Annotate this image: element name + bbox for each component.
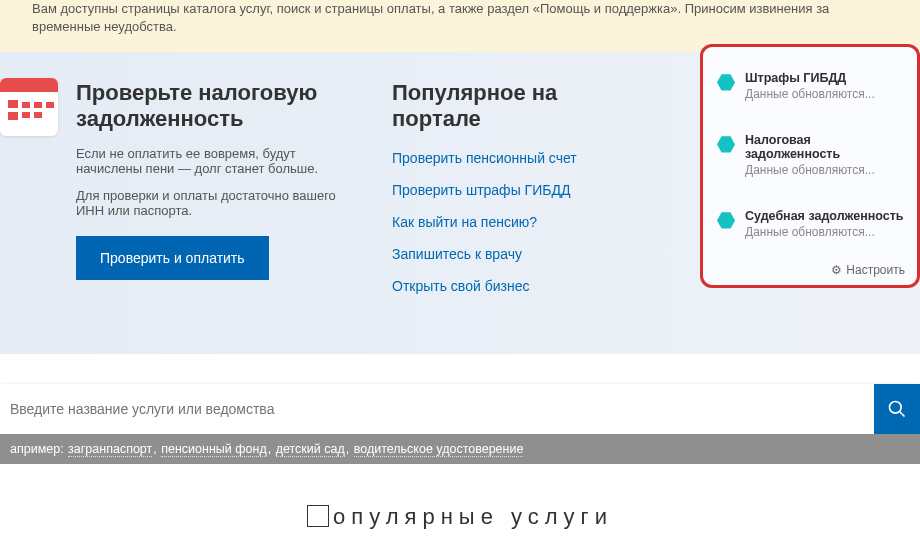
notif-title: Судебная задолженность [745, 209, 904, 223]
search-button[interactable] [874, 384, 920, 434]
calendar-icon [0, 78, 58, 136]
hint-link[interactable]: загранпаспорт [68, 442, 152, 457]
search-hint-bar: апример: загранпаспорт, пенсионный фонд,… [0, 434, 920, 464]
popular-link[interactable]: Проверить штрафы ГИБДД [392, 182, 642, 198]
notif-sub: Данные обновляются... [745, 225, 904, 239]
check-pay-button[interactable]: Проверить и оплатить [76, 236, 269, 280]
hint-prefix: апример: [10, 442, 67, 456]
popular-link[interactable]: Открыть свой бизнес [392, 278, 642, 294]
popular-link[interactable]: Запишитесь к врачу [392, 246, 642, 262]
search-section: апример: загранпаспорт, пенсионный фонд,… [0, 384, 920, 464]
hex-icon [717, 73, 735, 91]
notif-item[interactable]: Судебная задолженность Данные обновляютс… [717, 197, 905, 259]
hex-icon [717, 211, 735, 229]
popular-link[interactable]: Как выйти на пенсию? [392, 214, 642, 230]
notif-item[interactable]: Налоговая задолженность Данные обновляют… [717, 121, 905, 197]
hex-icon [717, 135, 735, 153]
svg-line-1 [900, 412, 905, 417]
notif-sub: Данные обновляются... [745, 87, 875, 101]
notif-title: Штрафы ГИБДД [745, 71, 875, 85]
popular-services-heading: опулярные услуги [0, 504, 920, 530]
notif-item[interactable]: Штрафы ГИБДД Данные обновляются... [717, 59, 905, 121]
svg-point-0 [890, 402, 902, 414]
popular-block: Популярное на портале Проверить пенсионн… [392, 80, 642, 310]
tax-check-p2: Для проверки и оплаты достаточно вашего … [76, 188, 360, 218]
search-input[interactable] [0, 384, 874, 434]
popular-link[interactable]: Проверить пенсионный счет [392, 150, 642, 166]
notif-title: Налоговая задолженность [745, 133, 905, 161]
popular-title: Популярное на портале [392, 80, 642, 132]
tax-check-block: Проверьте налоговую задолженность Если н… [0, 80, 360, 310]
hint-link[interactable]: пенсионный фонд [161, 442, 267, 457]
hero-section: Проверьте налоговую задолженность Если н… [0, 52, 920, 354]
tax-check-p1: Если не оплатить ее вовремя, будут начис… [76, 146, 360, 176]
notif-sub: Данные обновляются... [745, 163, 905, 177]
notif-settings-link[interactable]: Настроить [717, 259, 905, 277]
hint-link[interactable]: детский сад [276, 442, 345, 457]
search-icon [887, 399, 907, 419]
notifications-card: Штрафы ГИБДД Данные обновляются... Налог… [700, 44, 920, 288]
hint-link[interactable]: водительское удостоверение [354, 442, 524, 457]
tax-check-title: Проверьте налоговую задолженность [76, 80, 360, 132]
alert-text: Вам доступны страницы каталога услуг, по… [32, 1, 829, 34]
